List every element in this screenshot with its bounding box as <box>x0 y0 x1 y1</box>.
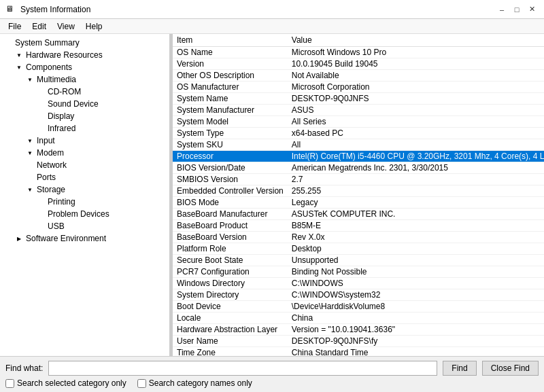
table-row[interactable]: System NameDESKTOP-9Q0JNFS <box>173 93 544 105</box>
checkbox-selected-category[interactable]: Search selected category only <box>5 378 126 388</box>
table-row[interactable]: OS NameMicrosoft Windows 10 Pro <box>173 47 544 58</box>
table-cell-item: User Name <box>173 336 288 347</box>
tree-label-multimedia: Multimedia <box>35 75 76 84</box>
find-input[interactable] <box>48 361 437 376</box>
table-cell-value: 10.0.19045 Build 19045 <box>288 58 544 70</box>
table-row[interactable]: System ModelAll Series <box>173 116 544 128</box>
tree-item-multimedia[interactable]: ▼Multimedia <box>0 73 169 86</box>
checkbox-row: Search selected category only Search cat… <box>5 378 539 388</box>
tree-item-software-environment[interactable]: ▶Software Environment <box>0 232 169 245</box>
tree-item-storage[interactable]: ▼Storage <box>0 183 169 196</box>
table-row[interactable]: LocaleChina <box>173 313 544 324</box>
tree-item-ports[interactable]: Ports <box>0 171 169 183</box>
tree-item-cd-rom[interactable]: CD-ROM <box>0 86 169 98</box>
minimize-button[interactable]: – <box>495 3 509 16</box>
table-cell-item: Version <box>173 58 288 70</box>
tree-label-components: Components <box>24 63 72 72</box>
table-row[interactable]: PCR7 ConfigurationBinding Not Possible <box>173 266 544 278</box>
table-cell-item: System Manufacturer <box>173 105 288 116</box>
table-row[interactable]: ProcessorIntel(R) Core(TM) i5-4460 CPU @… <box>173 151 544 162</box>
bottom-panel: Find what: Find Close Find Search select… <box>0 356 544 392</box>
table-row[interactable]: BaseBoard VersionRev X.0x <box>173 232 544 243</box>
details-panel: Item Value OS NameMicrosoft Windows 10 P… <box>173 34 544 356</box>
table-cell-value: Rev X.0x <box>288 232 544 243</box>
table-cell-value: Binding Not Possible <box>288 266 544 278</box>
table-row[interactable]: System Typex64-based PC <box>173 128 544 139</box>
table-row[interactable]: System DirectoryC:\WINDOWS\system32 <box>173 289 544 301</box>
checkbox-category-names[interactable]: Search category names only <box>137 378 252 388</box>
tree-item-input[interactable]: ▼Input <box>0 135 169 147</box>
table-row[interactable]: BIOS ModeLegacy <box>173 197 544 209</box>
table-row[interactable]: Hardware Abstraction LayerVersion = "10.… <box>173 324 544 336</box>
tree-expander-icon: ▼ <box>14 50 24 60</box>
title-bar: 🖥 System Information – □ ✕ <box>0 0 544 19</box>
table-cell-value: C:\WINDOWS\system32 <box>288 289 544 301</box>
tree-item-system-summary[interactable]: System Summary <box>0 37 169 49</box>
maximize-button[interactable]: □ <box>510 3 524 16</box>
table-cell-value: American Megatrends Inc. 2301, 3/30/2015 <box>288 162 544 174</box>
menu-view[interactable]: View <box>52 20 80 32</box>
tree-item-printing[interactable]: Printing <box>0 196 169 208</box>
table-cell-value: 255.255 <box>288 185 544 197</box>
table-cell-value: All Series <box>288 116 544 128</box>
table-row[interactable]: System SKUAll <box>173 139 544 151</box>
tree-expander-icon <box>35 209 46 219</box>
checkbox-category-names-label: Search category names only <box>149 378 252 388</box>
table-cell-value: China <box>288 313 544 324</box>
tree-expander-icon <box>35 86 46 97</box>
tree-label-system-summary: System Summary <box>14 38 80 48</box>
tree-expander-icon <box>35 123 46 134</box>
menu-edit[interactable]: Edit <box>27 20 52 32</box>
checkbox-category-names-input[interactable] <box>137 379 146 388</box>
table-row[interactable]: Version10.0.19045 Build 19045 <box>173 58 544 70</box>
close-button[interactable]: ✕ <box>525 3 539 16</box>
tree-expander-icon: ▼ <box>24 74 35 85</box>
table-cell-value: Microsoft Windows 10 Pro <box>288 47 544 58</box>
table-row[interactable]: BaseBoard ManufacturerASUSTeK COMPUTER I… <box>173 209 544 220</box>
tree-item-components[interactable]: ▼Components <box>0 61 169 73</box>
table-row[interactable]: BIOS Version/DateAmerican Megatrends Inc… <box>173 162 544 174</box>
menu-help[interactable]: Help <box>80 20 108 32</box>
tree-label-hardware-resources: Hardware Resources <box>24 50 103 60</box>
tree-item-usb[interactable]: USB <box>0 220 169 232</box>
tree-label-problem-devices: Problem Devices <box>46 209 109 219</box>
tree-expander-icon: ▼ <box>24 184 35 195</box>
table-row[interactable]: User NameDESKTOP-9Q0JNFS\fy <box>173 336 544 347</box>
table-row[interactable]: System ManufacturerASUS <box>173 105 544 116</box>
tree-label-network: Network <box>35 160 67 170</box>
table-row[interactable]: Embedded Controller Version255.255 <box>173 185 544 197</box>
table-row[interactable]: Platform RoleDesktop <box>173 243 544 255</box>
find-button[interactable]: Find <box>443 361 476 376</box>
table-row[interactable]: OS ManufacturerMicrosoft Corporation <box>173 82 544 93</box>
table-row[interactable]: Time ZoneChina Standard Time <box>173 347 544 357</box>
tree-expander-icon: ▶ <box>14 233 24 244</box>
tree-item-hardware-resources[interactable]: ▼Hardware Resources <box>0 49 169 61</box>
table-row[interactable]: SMBIOS Version2.7 <box>173 174 544 185</box>
tree-label-modem: Modem <box>35 148 64 158</box>
close-find-button[interactable]: Close Find <box>482 361 539 376</box>
menu-file[interactable]: File <box>3 20 27 32</box>
tree-item-display[interactable]: Display <box>0 110 169 122</box>
details-table-wrap[interactable]: Item Value OS NameMicrosoft Windows 10 P… <box>173 34 544 356</box>
tree-expander-icon <box>35 99 46 109</box>
table-row[interactable]: Windows DirectoryC:\WINDOWS <box>173 278 544 289</box>
tree-item-sound-device[interactable]: Sound Device <box>0 98 169 110</box>
tree-item-network[interactable]: Network <box>0 159 169 171</box>
tree-item-modem[interactable]: ▼Modem <box>0 147 169 159</box>
tree-item-problem-devices[interactable]: Problem Devices <box>0 208 169 220</box>
table-cell-item: System SKU <box>173 139 288 151</box>
table-cell-item: System Model <box>173 116 288 128</box>
tree-label-infrared: Infrared <box>46 124 75 133</box>
table-cell-value: ASUSTeK COMPUTER INC. <box>288 209 544 220</box>
table-row[interactable]: Secure Boot StateUnsupported <box>173 255 544 266</box>
table-cell-value: DESKTOP-9Q0JNFS <box>288 93 544 105</box>
table-row[interactable]: Boot Device\Device\HarddiskVolume8 <box>173 301 544 313</box>
table-cell-item: BaseBoard Product <box>173 220 288 232</box>
col-header-value: Value <box>288 34 544 47</box>
table-row[interactable]: BaseBoard ProductB85M-E <box>173 220 544 232</box>
tree-label-printing: Printing <box>46 197 75 207</box>
tree-item-infrared[interactable]: Infrared <box>0 122 169 135</box>
table-row[interactable]: Other OS DescriptionNot Available <box>173 70 544 82</box>
tree-label-storage: Storage <box>35 185 65 194</box>
checkbox-selected-category-input[interactable] <box>5 379 14 388</box>
